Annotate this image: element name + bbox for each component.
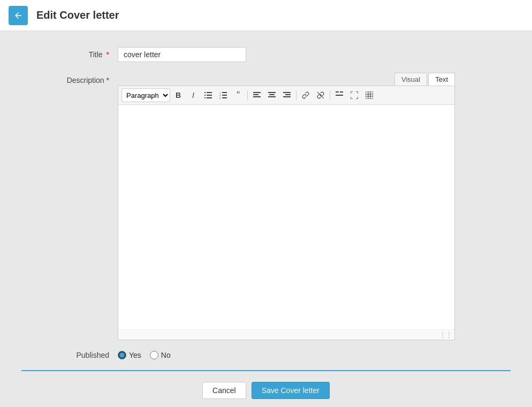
- hr-button[interactable]: [332, 88, 346, 102]
- svg-rect-16: [268, 92, 276, 93]
- form-area: Title * Description * Visual Text: [0, 31, 532, 407]
- tab-visual[interactable]: Visual: [394, 73, 427, 86]
- svg-rect-28: [366, 91, 373, 99]
- unlink-button[interactable]: [314, 88, 328, 102]
- toolbar-sep-2: [296, 90, 297, 100]
- align-left-button[interactable]: [250, 88, 264, 102]
- radio-yes[interactable]: [118, 351, 126, 359]
- svg-rect-17: [269, 94, 275, 95]
- back-button[interactable]: [9, 6, 28, 25]
- svg-rect-7: [222, 92, 227, 93]
- svg-rect-3: [207, 95, 212, 96]
- svg-rect-13: [253, 94, 259, 95]
- svg-rect-11: [222, 97, 227, 98]
- published-label: Published: [21, 351, 118, 359]
- bold-button[interactable]: B: [171, 88, 185, 102]
- toolbar-sep-1: [247, 90, 248, 100]
- title-row: Title *: [21, 47, 511, 62]
- description-row: Description * Visual Text Paragraph B: [21, 73, 511, 340]
- page-header: Edit Cover letter: [0, 0, 532, 31]
- svg-rect-22: [283, 96, 291, 97]
- align-right-button[interactable]: [280, 88, 294, 102]
- svg-rect-2: [204, 95, 206, 96]
- svg-rect-5: [207, 97, 212, 98]
- description-required: *: [107, 76, 109, 85]
- toolbar-sep-3: [330, 90, 330, 100]
- svg-rect-18: [268, 96, 276, 97]
- svg-rect-25: [336, 95, 343, 96]
- yes-text: Yes: [129, 351, 141, 359]
- align-center-button[interactable]: [265, 88, 279, 102]
- editor-body[interactable]: [118, 105, 454, 329]
- svg-rect-12: [253, 92, 261, 93]
- svg-rect-20: [283, 92, 291, 93]
- svg-rect-1: [207, 92, 212, 93]
- italic-button[interactable]: I: [186, 88, 200, 102]
- expand-button[interactable]: [347, 88, 361, 102]
- editor-toolbar: Paragraph B I 1.2.3. ": [118, 86, 454, 105]
- form-divider: [21, 370, 511, 371]
- published-row: Published Yes No: [21, 351, 511, 359]
- svg-rect-14: [253, 96, 261, 97]
- editor-wrapper: Paragraph B I 1.2.3. ": [118, 86, 455, 340]
- cancel-button[interactable]: Cancel: [202, 382, 246, 399]
- paragraph-select[interactable]: Paragraph: [121, 88, 170, 102]
- radio-no-label[interactable]: No: [150, 351, 171, 359]
- link-button[interactable]: [299, 88, 313, 102]
- numbered-list-button[interactable]: 1.2.3.: [216, 88, 230, 102]
- save-button[interactable]: Save Cover letter: [252, 382, 330, 399]
- svg-rect-9: [222, 95, 227, 96]
- svg-rect-21: [285, 94, 291, 95]
- table-button[interactable]: [362, 88, 376, 102]
- svg-rect-27: [340, 91, 343, 93]
- radio-group: Yes No: [118, 351, 171, 359]
- title-required: *: [107, 50, 109, 59]
- description-label: Description *: [21, 73, 118, 85]
- tab-text[interactable]: Text: [428, 73, 455, 86]
- no-text: No: [161, 351, 171, 359]
- bullet-list-button[interactable]: [201, 88, 215, 102]
- svg-rect-0: [204, 92, 206, 93]
- title-input[interactable]: [118, 47, 246, 62]
- svg-rect-4: [204, 97, 206, 98]
- editor-container: Visual Text Paragraph B I: [118, 73, 455, 340]
- radio-yes-label[interactable]: Yes: [118, 351, 141, 359]
- page-title: Edit Cover letter: [36, 9, 119, 21]
- title-control-wrap: [118, 47, 511, 62]
- radio-no[interactable]: [150, 351, 158, 359]
- svg-text:3.: 3.: [219, 97, 221, 99]
- editor-tabs: Visual Text: [118, 73, 455, 86]
- svg-rect-26: [336, 91, 339, 93]
- title-label: Title *: [21, 47, 118, 59]
- resize-handle: ⋮⋮: [118, 329, 454, 340]
- action-row: Cancel Save Cover letter: [21, 382, 511, 407]
- blockquote-button[interactable]: ": [231, 88, 245, 102]
